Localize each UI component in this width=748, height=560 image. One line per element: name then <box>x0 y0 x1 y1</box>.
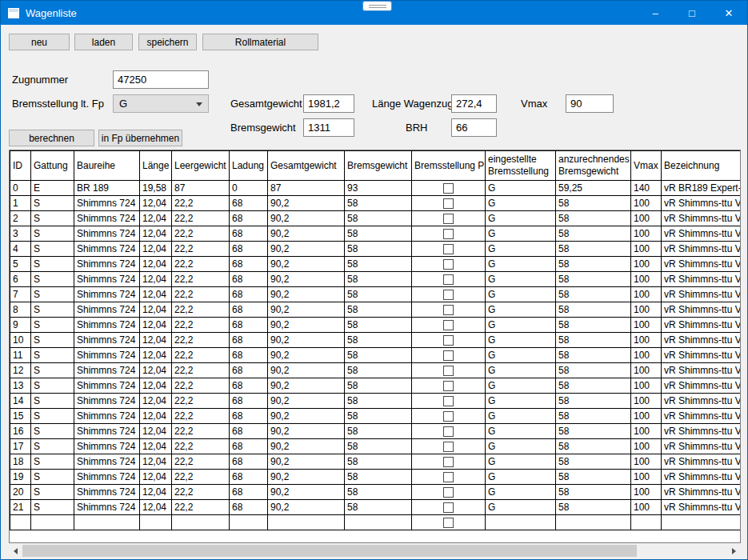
cell-bremsgewicht[interactable]: 58 <box>345 378 412 394</box>
cell-anzurechnendes-bremsgewicht[interactable]: 58 <box>556 439 631 454</box>
cell-ladung[interactable]: 68 <box>230 257 268 272</box>
cell-gattung[interactable]: S <box>31 211 74 226</box>
cell-bremsstellung-p[interactable] <box>412 515 486 530</box>
cell-bremsstellung-p[interactable] <box>412 318 486 333</box>
cell-eingestellte-bremsstellung[interactable]: G <box>486 242 556 257</box>
cell-baureihe[interactable]: Shimmns 724 <box>74 242 140 257</box>
scroll-right-button[interactable] <box>727 544 741 558</box>
cell-bremsstellung-p[interactable] <box>412 439 486 454</box>
bremsstellung-p-checkbox[interactable] <box>443 229 454 239</box>
cell-gattung[interactable]: S <box>31 348 74 363</box>
cell-vmax[interactable]: 100 <box>631 196 662 211</box>
cell-vmax[interactable]: 100 <box>631 242 662 257</box>
cell-bezeichnung[interactable]: vR Shimmns-ttu VB <box>662 242 741 257</box>
cell-bremsstellung-p[interactable] <box>412 257 486 272</box>
cell-vmax[interactable]: 100 <box>631 302 662 318</box>
cell-baureihe[interactable]: Shimmns 724 <box>74 287 140 302</box>
cell-gesamtgewicht[interactable]: 90,2 <box>268 302 345 318</box>
bremsstellung-p-checkbox[interactable] <box>443 259 454 270</box>
cell-vmax[interactable]: 100 <box>631 394 662 409</box>
col-header-bremsgewicht[interactable]: Bremsgewicht <box>345 151 412 181</box>
cell-leergewicht[interactable]: 22,2 <box>172 424 230 439</box>
cell-gesamtgewicht[interactable]: 90,2 <box>268 318 345 333</box>
cell-ladung[interactable]: 68 <box>230 242 268 257</box>
cell-eingestellte-bremsstellung[interactable]: G <box>486 470 556 485</box>
cell-gattung[interactable]: S <box>31 485 74 500</box>
cell-ladung[interactable]: 0 <box>230 181 268 196</box>
cell-ladung[interactable]: 68 <box>230 424 268 439</box>
cell-eingestellte-bremsstellung[interactable]: G <box>486 424 556 439</box>
bremsstellung-p-checkbox[interactable] <box>443 487 454 498</box>
bremsstellung-p-checkbox[interactable] <box>443 381 454 391</box>
cell-id[interactable]: 19 <box>10 470 31 485</box>
cell-ladung[interactable]: 68 <box>230 302 268 318</box>
cell-bremsstellung-p[interactable] <box>412 409 486 424</box>
cell-anzurechnendes-bremsgewicht[interactable]: 58 <box>556 242 631 257</box>
cell-gattung[interactable]: S <box>31 257 74 272</box>
cell-bremsgewicht[interactable]: 58 <box>345 242 412 257</box>
cell-id[interactable]: 15 <box>10 409 31 424</box>
bremsstellung-p-checkbox[interactable] <box>443 442 454 452</box>
cell-id[interactable]: 16 <box>10 424 31 439</box>
cell-leergewicht[interactable]: 22,2 <box>172 257 230 272</box>
cell-laenge[interactable]: 12,04 <box>140 470 172 485</box>
cell-gattung[interactable] <box>31 515 74 530</box>
cell-bremsgewicht[interactable]: 58 <box>345 302 412 318</box>
vmax-input[interactable] <box>566 94 614 113</box>
col-header-vmax[interactable]: Vmax <box>631 151 662 181</box>
cell-baureihe[interactable]: BR 189 <box>74 181 140 196</box>
bremsgewicht-input[interactable] <box>303 118 354 137</box>
cell-anzurechnendes-bremsgewicht[interactable]: 58 <box>556 394 631 409</box>
cell-gesamtgewicht[interactable]: 90,2 <box>268 424 345 439</box>
cell-leergewicht[interactable]: 22,2 <box>172 226 230 242</box>
rollmaterial-button[interactable]: Rollmaterial <box>202 34 318 50</box>
cell-gesamtgewicht[interactable]: 90,2 <box>268 439 345 454</box>
cell-eingestellte-bremsstellung[interactable]: G <box>486 378 556 394</box>
cell-bremsstellung-p[interactable] <box>412 348 486 363</box>
cell-gattung[interactable]: S <box>31 378 74 394</box>
cell-ladung[interactable]: 68 <box>230 500 268 515</box>
cell-laenge[interactable]: 12,04 <box>140 211 172 226</box>
cell-bremsstellung-p[interactable] <box>412 485 486 500</box>
cell-leergewicht[interactable]: 22,2 <box>172 363 230 378</box>
cell-bremsstellung-p[interactable] <box>412 196 486 211</box>
cell-bremsgewicht[interactable]: 58 <box>345 257 412 272</box>
cell-gattung[interactable]: S <box>31 318 74 333</box>
cell-anzurechnendes-bremsgewicht[interactable]: 58 <box>556 272 631 287</box>
cell-eingestellte-bremsstellung[interactable]: G <box>486 394 556 409</box>
cell-leergewicht[interactable]: 22,2 <box>172 287 230 302</box>
cell-baureihe[interactable]: Shimmns 724 <box>74 500 140 515</box>
cell-bremsgewicht[interactable]: 58 <box>345 272 412 287</box>
cell-laenge[interactable]: 12,04 <box>140 409 172 424</box>
cell-bremsgewicht[interactable]: 58 <box>345 226 412 242</box>
maximize-button[interactable]: □ <box>674 1 710 25</box>
cell-leergewicht[interactable]: 22,2 <box>172 333 230 348</box>
cell-bezeichnung[interactable]: vR Shimmns-ttu VB <box>662 500 741 515</box>
cell-eingestellte-bremsstellung[interactable]: G <box>486 454 556 470</box>
cell-bezeichnung[interactable]: vR Shimmns-ttu VB <box>662 211 741 226</box>
cell-anzurechnendes-bremsgewicht[interactable]: 58 <box>556 211 631 226</box>
cell-vmax[interactable]: 100 <box>631 318 662 333</box>
bremsstellung-p-checkbox[interactable] <box>443 411 454 422</box>
cell-id[interactable]: 3 <box>10 226 31 242</box>
cell-bremsgewicht[interactable]: 58 <box>345 409 412 424</box>
cell-bremsstellung-p[interactable] <box>412 470 486 485</box>
cell-anzurechnendes-bremsgewicht[interactable]: 58 <box>556 257 631 272</box>
cell-bezeichnung[interactable]: vR BR189 Expert-Li <box>662 181 741 196</box>
cell-anzurechnendes-bremsgewicht[interactable]: 58 <box>556 378 631 394</box>
cell-baureihe[interactable]: Shimmns 724 <box>74 378 140 394</box>
cell-leergewicht[interactable]: 22,2 <box>172 470 230 485</box>
cell-eingestellte-bremsstellung[interactable]: G <box>486 485 556 500</box>
cell-eingestellte-bremsstellung[interactable]: G <box>486 226 556 242</box>
bremsstellung-p-checkbox[interactable] <box>443 366 454 376</box>
scroll-left-button[interactable] <box>9 544 22 558</box>
cell-gesamtgewicht[interactable]: 90,2 <box>268 378 345 394</box>
cell-bezeichnung[interactable]: vR Shimmns-ttu VB <box>662 378 741 394</box>
cell-laenge[interactable]: 12,04 <box>140 363 172 378</box>
cell-gesamtgewicht[interactable]: 87 <box>268 181 345 196</box>
cell-vmax[interactable]: 100 <box>631 226 662 242</box>
cell-eingestellte-bremsstellung[interactable]: G <box>486 272 556 287</box>
cell-ladung[interactable]: 68 <box>230 196 268 211</box>
col-header-eingestellte-bremsstellung[interactable]: eingestellte Bremsstellung <box>486 151 556 181</box>
cell-bremsgewicht[interactable]: 58 <box>345 394 412 409</box>
